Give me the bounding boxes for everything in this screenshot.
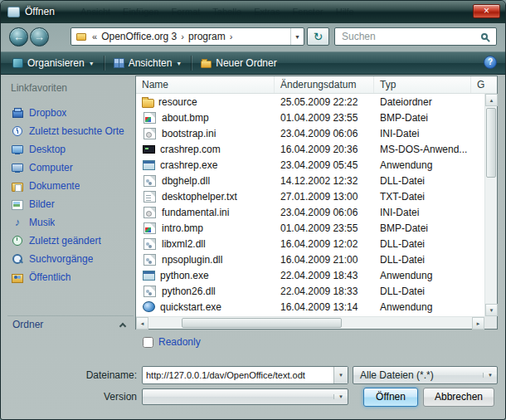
filename-input[interactable] <box>143 367 333 383</box>
vertical-scrollbar[interactable]: ▲ ▼ <box>484 94 497 316</box>
table-row[interactable]: dbghelp.dll 14.12.2002 12:32 DLL-Datei <box>136 173 484 188</box>
horizontal-scrollbar[interactable]: ◄ ► <box>136 316 484 329</box>
chevron-down-icon: ▼ <box>338 394 343 399</box>
version-select[interactable]: ▼ <box>142 388 348 405</box>
sidebar-item-label: Dropbox <box>29 107 66 119</box>
address-bar[interactable]: « OpenOffice.org 3 › program › ▼ <box>71 27 304 46</box>
version-dropdown-button[interactable]: ▼ <box>333 394 348 399</box>
readonly-label: Readonly <box>158 336 201 348</box>
cancel-button[interactable]: Abbrechen <box>423 388 494 407</box>
breadcrumb-overflow-icon[interactable]: « <box>90 32 100 42</box>
sidebar-item-music[interactable]: ♪ Musik <box>7 213 134 232</box>
table-row[interactable]: intro.bmp 01.04.2009 23:55 BMP-Datei <box>136 220 484 236</box>
file-date: 16.04.2009 20:36 <box>275 144 374 155</box>
file-date: 14.12.2002 12:32 <box>275 175 374 187</box>
open-button-label: Öffnen <box>376 391 406 403</box>
file-name: crashrep.com <box>160 144 221 155</box>
table-row[interactable]: desktophelper.txt 27.01.2009 13:00 TXT-D… <box>136 188 484 204</box>
table-row[interactable]: crashrep.exe 23.04.2009 05:45 Anwendung <box>136 157 484 173</box>
vertical-scroll-thumb[interactable] <box>486 108 496 178</box>
breadcrumb-item[interactable]: OpenOffice.org 3 <box>100 31 178 42</box>
help-icon: ? <box>488 57 493 66</box>
organize-button[interactable]: Organisieren ▼ <box>6 55 101 71</box>
forward-button[interactable]: → <box>30 27 49 46</box>
scroll-down-button[interactable]: ▼ <box>485 304 498 316</box>
ghost-menu-item: Hilfe <box>336 7 354 17</box>
address-dropdown-button[interactable]: ▼ <box>290 28 304 45</box>
scroll-up-button[interactable]: ▲ <box>485 94 498 106</box>
search-box <box>334 27 497 46</box>
table-row[interactable]: libxml2.dll 16.04.2009 12:02 DLL-Datei <box>136 236 484 252</box>
help-button[interactable]: ? <box>484 56 497 69</box>
column-header-name[interactable]: Name <box>136 76 275 93</box>
table-row[interactable]: crashrep.com 16.04.2009 20:36 MS-DOS-Anw… <box>136 141 484 157</box>
refresh-icon: ↻ <box>314 30 324 43</box>
sidebar-item-documents[interactable]: Dokumente <box>7 177 134 195</box>
close-button[interactable]: × <box>473 4 500 18</box>
ghost-menu-item: Fenster <box>292 7 323 17</box>
filetype-value: Alle Dateien (*.*) <box>353 369 483 381</box>
sidebar: Linkfavoriten Dropbox Zuletzt besuchte O… <box>7 79 134 330</box>
table-row[interactable]: about.bmp 01.04.2009 23:55 BMP-Datei <box>136 110 484 125</box>
column-header-row: Name Änderungsdatum Typ G <box>136 76 497 94</box>
table-row[interactable]: bootstrap.ini 23.04.2009 06:06 INI-Datei <box>136 125 484 141</box>
breadcrumb-item[interactable]: program <box>187 31 227 42</box>
chevron-down-icon: ▼ <box>176 61 182 66</box>
table-row[interactable]: resource 25.05.2009 22:22 Dateiordner <box>136 94 484 110</box>
sidebar-item-computer[interactable]: Computer <box>7 159 134 177</box>
arrow-left-icon: ◄ <box>140 321 145 326</box>
folders-expander[interactable]: Ordner <box>7 315 134 330</box>
sidebar-item-dropbox[interactable]: Dropbox <box>7 104 134 122</box>
file-type: DLL-Datei <box>374 175 471 187</box>
window-title: Öffnen <box>25 6 55 17</box>
column-header-date[interactable]: Änderungsdatum <box>275 76 374 93</box>
file-date: 01.04.2009 23:55 <box>275 112 374 124</box>
table-row[interactable]: fundamental.ini 23.04.2009 06:06 INI-Dat… <box>136 204 484 220</box>
search-input[interactable] <box>340 30 481 43</box>
breadcrumb-separator-icon[interactable]: › <box>178 32 187 42</box>
documents-icon <box>11 180 24 192</box>
column-header-size[interactable]: G <box>471 76 497 93</box>
readonly-checkbox[interactable] <box>143 337 153 348</box>
breadcrumb-separator-icon[interactable]: › <box>227 32 236 42</box>
search-icon[interactable] <box>481 33 488 40</box>
sidebar-item-recently-changed[interactable]: Zuletzt geändert <box>7 232 134 250</box>
sidebar-item-recent-places[interactable]: Zuletzt besuchte Orte <box>7 122 134 140</box>
refresh-button[interactable]: ↻ <box>307 27 329 46</box>
music-icon: ♪ <box>11 217 24 228</box>
back-button[interactable]: ← <box>9 27 28 46</box>
file-type: DLL-Datei <box>374 254 471 266</box>
open-button[interactable]: Öffnen <box>363 388 418 407</box>
chevron-down-icon: ▼ <box>488 373 493 378</box>
table-row[interactable]: npsoplugin.dll 16.04.2009 21:00 DLL-Date… <box>136 252 484 267</box>
horizontal-scroll-thumb[interactable] <box>182 318 342 328</box>
file-name: python26.dll <box>162 286 216 297</box>
filename-combo: ▼ <box>142 366 348 384</box>
dll-file-icon <box>144 254 156 266</box>
version-label: Version <box>17 391 137 403</box>
sidebar-item-desktop[interactable]: Desktop <box>7 140 134 159</box>
file-name: crashrep.exe <box>160 159 217 171</box>
scroll-left-button[interactable]: ◄ <box>136 317 148 330</box>
column-header-type[interactable]: Typ <box>374 76 471 93</box>
file-type: TXT-Datei <box>374 191 471 203</box>
scroll-right-button[interactable]: ► <box>472 317 484 330</box>
views-button[interactable]: Ansichten ▼ <box>107 55 189 71</box>
sidebar-item-label: Suchvorgänge <box>29 253 93 265</box>
sidebar-item-public[interactable]: Öffentlich <box>7 268 134 286</box>
organize-icon <box>12 58 23 68</box>
sidebar-item-searches[interactable]: Suchvorgänge <box>7 250 134 268</box>
file-name: quickstart.exe <box>160 301 221 313</box>
new-folder-button[interactable]: Neuer Ordner <box>194 55 283 71</box>
toolbar-separator <box>104 56 105 71</box>
table-row[interactable]: quickstart.exe 16.04.2009 13:14 Anwendun… <box>136 299 484 315</box>
filetype-select[interactable]: Alle Dateien (*.*) ▼ <box>353 366 498 384</box>
cancel-button-label: Abbrechen <box>435 391 483 403</box>
table-row[interactable]: python26.dll 22.04.2009 18:33 DLL-Datei <box>136 283 484 299</box>
pictures-icon <box>11 198 24 210</box>
filetype-dropdown-button[interactable]: ▼ <box>483 373 497 378</box>
file-date: 16.04.2009 13:14 <box>275 301 374 313</box>
sidebar-item-pictures[interactable]: Bilder <box>7 195 134 213</box>
table-row[interactable]: python.exe 22.04.2009 18:43 Anwendung <box>136 267 484 283</box>
filename-dropdown-button[interactable]: ▼ <box>333 367 348 383</box>
